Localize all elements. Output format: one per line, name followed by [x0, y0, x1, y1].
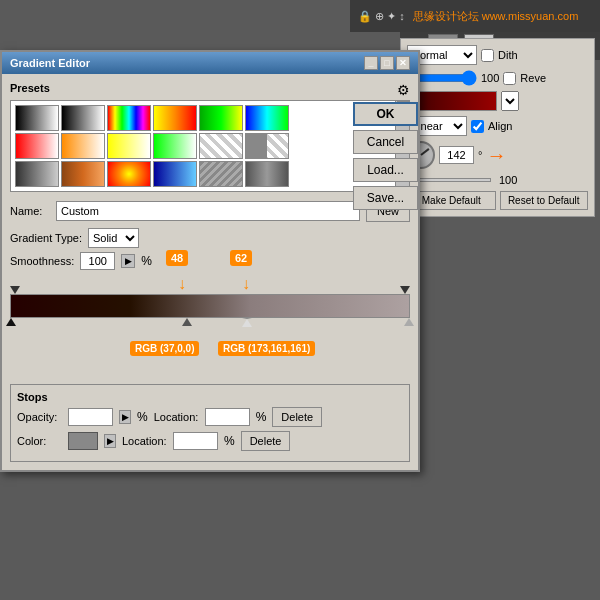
preset-item[interactable]	[199, 133, 243, 159]
color-stop-swatch[interactable]	[68, 432, 98, 450]
dither-label: Dith	[498, 49, 518, 61]
align-checkbox[interactable]	[471, 120, 484, 133]
preset-item[interactable]	[107, 161, 151, 187]
color-swatch-dropdown[interactable]: ▼	[501, 91, 519, 111]
preset-item[interactable]	[15, 133, 59, 159]
opacity-percent-label: %	[137, 410, 148, 424]
color-stop-left[interactable]	[6, 318, 16, 326]
opacity-stop-label: Opacity:	[17, 411, 62, 423]
opacity-stops-row	[10, 278, 410, 294]
preset-item[interactable]	[61, 133, 105, 159]
preset-item[interactable]	[245, 133, 289, 159]
presets-grid	[15, 105, 405, 187]
align-label: Align	[488, 120, 512, 132]
save-button[interactable]: Save...	[353, 186, 418, 210]
color-stepper[interactable]: ▶	[104, 434, 116, 448]
gear-icon[interactable]: ⚙	[397, 82, 410, 98]
opacity-location-label: Location:	[154, 411, 199, 423]
preset-item[interactable]	[107, 133, 151, 159]
color-delete-button[interactable]: Delete	[241, 431, 291, 451]
dialog-titlebar: Gradient Editor _ □ ✕	[2, 52, 418, 74]
gradient-color-swatch[interactable]	[407, 91, 497, 111]
lock-icon: 🔒 ⊕ ✦ ↕	[358, 10, 405, 23]
preset-item[interactable]	[107, 105, 151, 131]
angle-arrow-icon: →	[486, 144, 506, 167]
scale-slider[interactable]	[411, 178, 491, 182]
name-input[interactable]	[56, 201, 360, 221]
dialog-title: Gradient Editor	[10, 57, 90, 69]
preset-item[interactable]	[15, 161, 59, 187]
opacity-delete-button[interactable]: Delete	[272, 407, 322, 427]
reverse-checkbox[interactable]	[503, 72, 516, 85]
presets-header: Presets ⚙	[10, 82, 410, 98]
blend-mode-row: Normal Multiply Screen Dith	[407, 45, 588, 65]
preset-item[interactable]	[245, 161, 289, 187]
dither-checkbox[interactable]	[481, 49, 494, 62]
opacity-value: 100	[481, 72, 499, 84]
color-stop-dark[interactable]	[182, 318, 192, 326]
gradient-type-row: Gradient Type: Solid Noise	[10, 228, 410, 248]
opacity-stepper[interactable]: ▶	[119, 410, 131, 424]
minimize-button[interactable]: _	[364, 56, 378, 70]
preset-item[interactable]	[245, 105, 289, 131]
presets-label: Presets	[10, 82, 50, 94]
cancel-button[interactable]: Cancel	[353, 130, 418, 154]
degree-symbol: °	[478, 149, 482, 161]
color-stop-right[interactable]	[404, 318, 414, 326]
default-buttons-row: Make Default Reset to Default	[407, 191, 588, 210]
color-stops-row	[10, 318, 410, 334]
preset-item[interactable]	[153, 161, 197, 187]
preset-item[interactable]	[61, 161, 105, 187]
name-label: Name:	[10, 205, 50, 217]
scale-row: 100	[407, 174, 588, 186]
smoothness-arrow-icon[interactable]: ▶	[121, 254, 135, 268]
annotation-arrow-48: ↓	[178, 276, 186, 292]
dialog-content: Presets ⚙	[2, 74, 418, 470]
preset-item[interactable]	[61, 105, 105, 131]
opacity-location-input[interactable]	[205, 408, 250, 426]
annotation-arrow-62: ↓	[242, 276, 250, 292]
color-location-input[interactable]	[173, 432, 218, 450]
percent-label: %	[141, 254, 152, 268]
smoothness-row: Smoothness: ▶ %	[10, 252, 410, 270]
preset-item[interactable]	[15, 105, 59, 131]
opacity-loc-percent: %	[256, 410, 267, 424]
gradient-type-select[interactable]: Solid Noise	[88, 228, 139, 248]
preset-item[interactable]	[199, 161, 243, 187]
titlebar-controls: _ □ ✕	[364, 56, 410, 70]
maximize-button[interactable]: □	[380, 56, 394, 70]
opacity-stop-right[interactable]	[400, 286, 410, 294]
opacity-stop-left[interactable]	[10, 286, 20, 294]
preset-item[interactable]	[199, 105, 243, 131]
preset-item[interactable]	[153, 133, 197, 159]
opacity-value-input[interactable]	[68, 408, 113, 426]
color-loc-percent: %	[224, 434, 235, 448]
angle-input[interactable]: 142	[439, 146, 474, 164]
gradient-bar[interactable]	[10, 294, 410, 318]
name-row: Name: New	[10, 200, 410, 222]
angle-row: 142 ° →	[407, 141, 588, 169]
reset-default-button[interactable]: Reset to Default	[500, 191, 589, 210]
load-button[interactable]: Load...	[353, 158, 418, 182]
smoothness-input[interactable]	[80, 252, 115, 270]
annotation-48: 48	[166, 250, 188, 266]
reverse-label: Reve	[520, 72, 546, 84]
smoothness-label: Smoothness:	[10, 255, 74, 267]
color-location-label: Location:	[122, 435, 167, 447]
opacity-stops-row: Opacity: ▶ % Location: % Delete	[17, 407, 403, 427]
color-stop-light[interactable]	[242, 318, 252, 327]
close-button[interactable]: ✕	[396, 56, 410, 70]
preset-item[interactable]	[153, 105, 197, 131]
ok-button[interactable]: OK	[353, 102, 418, 126]
dialog-action-buttons: OK Cancel Load... Save...	[353, 102, 418, 210]
scale-value: 100	[499, 174, 517, 186]
stops-section: Stops Opacity: ▶ % Location: % Delete Co…	[10, 384, 410, 462]
color-stop-label: Color:	[17, 435, 62, 447]
opacity-row: 100 Reve	[407, 70, 588, 86]
chinese-watermark: 思缘设计论坛 www.missyuan.com	[413, 9, 579, 24]
make-default-button[interactable]: Make Default	[407, 191, 496, 210]
presets-area	[10, 100, 410, 192]
rgb-label-light: RGB (173,161,161)	[218, 341, 315, 356]
photoshop-topbar: 🔒 ⊕ ✦ ↕ 思缘设计论坛 www.missyuan.com	[350, 0, 600, 32]
style-row: Linear Radial Angle Align	[407, 116, 588, 136]
